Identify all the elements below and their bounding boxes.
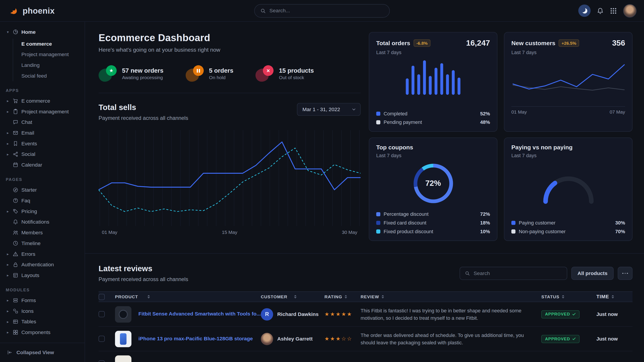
product-link[interactable]: Fitbit Sense Advanced Smartwatch with To… (138, 311, 261, 318)
select-all-checkbox[interactable] (99, 294, 105, 300)
sidebar-item[interactable]: ▸ Chat (4, 117, 80, 128)
sidebar-item[interactable]: ▸ Pricing (4, 206, 80, 217)
column-header-rating[interactable]: RATING (324, 294, 361, 299)
sidebar-subitem-landing[interactable]: Landing (13, 60, 80, 71)
total-sells-chart: 01 May 15 May 30 May (99, 129, 361, 235)
dashboard-left-column: Ecommerce Dashboard Here's what's going … (99, 32, 361, 241)
sidebar-item-icon (13, 262, 18, 268)
sidebar-section-title: MODULES (6, 288, 79, 292)
donut-ring: 72% (413, 164, 453, 203)
table-row: Fitbit Sense Advanced Smartwatch with To… (99, 302, 632, 327)
sidebar-item[interactable]: ▸ Social (4, 149, 80, 160)
total-sells-subtitle: Payment received across all channels (99, 115, 188, 121)
collapsed-view-label: Collapsed View (16, 350, 54, 356)
notifications-button[interactable] (597, 7, 604, 14)
sidebar-item[interactable]: ▸ Project management (4, 106, 80, 117)
sidebar-item-label: Components (21, 330, 50, 335)
delta-badge: -6.8% (414, 39, 430, 47)
row-checkbox[interactable] (99, 311, 105, 317)
stat-value: 5 orders (209, 67, 234, 74)
column-header-review[interactable]: REVIEW (361, 294, 542, 299)
bell-icon (597, 7, 604, 14)
caret-right-icon: ▸ (6, 110, 10, 114)
sidebar-item[interactable]: ▸ Faq (4, 195, 80, 206)
legend-value: 18% (480, 220, 490, 226)
sidebar-item[interactable]: ▸ Icons (4, 306, 80, 316)
x-tick: 01 May (511, 110, 527, 114)
column-header-customer[interactable]: CUSTOMER (261, 294, 325, 299)
sidebar-item[interactable]: ▸ E commerce (4, 96, 80, 106)
sidebar-item[interactable]: ▸ Layouts (4, 270, 80, 281)
legend-row: Paying customer 30% (511, 220, 625, 226)
sidebar-item[interactable]: ▸ Timeline (4, 238, 80, 249)
gauge-plot (536, 173, 601, 205)
brand-link[interactable]: phoenix (8, 5, 55, 16)
sidebar-item[interactable]: ▸ Forms (4, 295, 80, 306)
row-checkbox[interactable] (99, 336, 105, 342)
row-checkbox[interactable] (99, 361, 105, 362)
legend-label: Pending payment (384, 119, 422, 125)
sidebar-item-label: Social (21, 151, 35, 157)
all-products-button[interactable]: All products (571, 267, 614, 280)
legend-swatch (376, 221, 380, 225)
total-sells-x-axis: 01 May 15 May 30 May (99, 226, 361, 235)
date-range-select[interactable]: Mar 1 - 31, 2022 (297, 103, 361, 116)
grid-9-icon (610, 7, 617, 14)
sidebar-item-home[interactable]: ▾ Home (4, 27, 80, 37)
sidebar-item[interactable]: ▸ Tables (4, 316, 80, 327)
sidebar-item-icon (13, 319, 18, 325)
sidebar-item[interactable]: ▸ Email (4, 128, 80, 138)
theme-toggle-button[interactable] (578, 4, 590, 17)
user-avatar[interactable] (623, 4, 636, 17)
sidebar-item-label: E commerce (21, 98, 50, 104)
sidebar-item[interactable]: ▸ Calendar (4, 160, 80, 170)
legend-value: 30% (615, 220, 625, 226)
legend-label: Fixed card discount (384, 220, 426, 226)
more-options-button[interactable] (618, 267, 632, 280)
sidebar-item-label: Notifications (21, 219, 49, 225)
sidebar-item[interactable]: ▸ Components (4, 327, 80, 338)
sidebar-subitem-e-commerce[interactable]: E commerce (13, 39, 80, 49)
new-customers-plot (511, 60, 626, 103)
sidebar-subitem-social-feed[interactable]: Social feed (13, 71, 80, 81)
reviews-table: PRODUCT CUSTOMER RATING REVIEW (99, 291, 632, 362)
reviews-search-input[interactable] (474, 271, 562, 276)
column-header-time[interactable]: TIME (596, 294, 632, 300)
legend-row: Pending payment 48% (376, 119, 490, 125)
sidebar-item[interactable]: ▸ Starter (4, 185, 80, 195)
table-row: iPhone 13 pro max-Pacific Blue-128GB sto… (99, 327, 632, 351)
sidebar-item[interactable]: ▸ Members (4, 227, 80, 238)
card-period: Last 7 days (376, 50, 490, 55)
sidebar-item[interactable]: ▸ Errors (4, 249, 80, 259)
sidebar-item-icon (13, 130, 18, 136)
column-header-status[interactable]: STATUS (541, 294, 596, 299)
sidebar-item[interactable]: ▸ Authentication (4, 259, 80, 270)
sidebar-item-label: Authentication (21, 262, 54, 268)
product-link[interactable]: iPhone 13 pro max-Pacific Blue-128GB sto… (138, 335, 253, 342)
global-search-input[interactable] (270, 8, 384, 14)
sidebar-item-label: Layouts (21, 273, 39, 278)
stat-value: 57 new orders (122, 67, 163, 74)
caret-right-icon: ▸ (6, 131, 10, 135)
sidebar-section-modules: ▸ Forms ▸ Icons ▸ Tables (4, 295, 80, 338)
reviews-search (460, 267, 567, 280)
total-orders-card: Total orders -6.8% 16,247 Last 7 days Co… (369, 32, 498, 132)
sidebar-item-icon (13, 330, 18, 335)
collapsed-view-toggle[interactable]: Collapsed View (0, 343, 84, 362)
legend-value: 72% (480, 211, 490, 217)
legend-label: Paying customer (519, 220, 556, 226)
legend-swatch (511, 229, 515, 233)
apps-grid-button[interactable] (610, 7, 617, 14)
sidebar-item-icon (13, 141, 18, 147)
sidebar-item-icon (13, 298, 18, 304)
phoenix-logo-icon (8, 5, 19, 16)
home-submenu: E commerce Project management Landing So… (13, 39, 80, 81)
legend-label: Fixed product discount (384, 229, 433, 234)
sidebar-item[interactable]: ▸ Events (4, 138, 80, 149)
legend-value: 10% (480, 229, 490, 234)
sidebar-subitem-project-management[interactable]: Project management (13, 49, 80, 60)
sidebar-item[interactable]: ▸ Notifications (4, 217, 80, 227)
x-tick: 30 May (342, 230, 357, 235)
review-time: Just now (596, 311, 632, 317)
column-header-product[interactable]: PRODUCT (115, 294, 261, 299)
